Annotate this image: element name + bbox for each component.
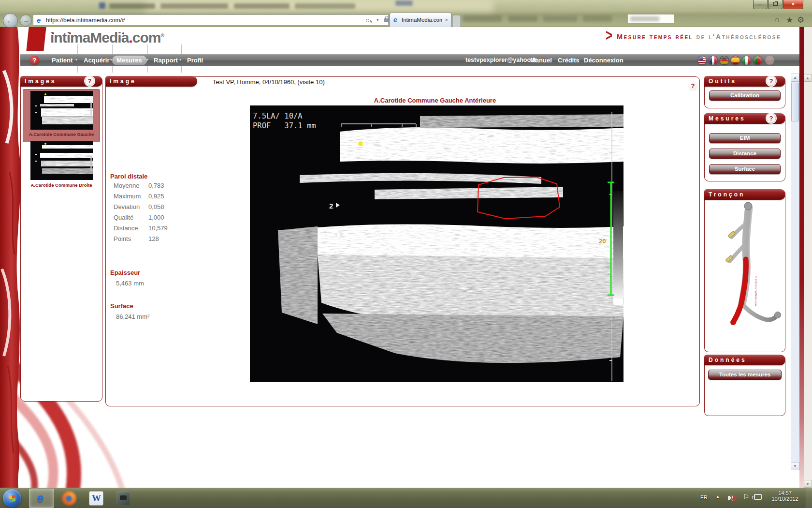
background-scrollbar-down-arrow: ▼ (804, 480, 812, 488)
stat-label: Maximum (114, 193, 141, 200)
language-indicator[interactable]: FR (700, 494, 708, 500)
clock-date: 10/10/2012 (768, 496, 802, 502)
network-icon[interactable] (754, 494, 762, 500)
start-button[interactable] (3, 489, 21, 508)
background-window-blur (395, 0, 413, 6)
background-menu-blur (508, 16, 537, 22)
url-text[interactable]: https://beta.intimamedia.com/# (46, 17, 125, 24)
nav-item-rapport[interactable]: Rapport (154, 57, 178, 64)
show-desktop-button[interactable] (806, 488, 812, 508)
artery-diagram[interactable]: © 2011 IntimaMedia.com (707, 201, 784, 346)
stat-value: 0,783 (148, 182, 164, 189)
flag-es-icon[interactable] (731, 56, 740, 65)
nav-dot: • (179, 57, 181, 62)
distance-button[interactable]: Distance (709, 149, 781, 159)
flag-it-icon[interactable] (742, 56, 751, 65)
taskbar-word-button[interactable]: W (83, 489, 108, 508)
donnees-panel-header: Données (704, 355, 785, 365)
page-scrollbar[interactable]: ▲ ▼ (791, 74, 799, 470)
image-help-button[interactable]: ? (688, 81, 697, 90)
tagline-chevron-icon: > (606, 27, 612, 45)
left-ribbon-decoration (0, 27, 29, 488)
artery-red-segment[interactable] (734, 259, 746, 321)
artery-right-branch (741, 303, 777, 320)
site-logo[interactable]: intimaMedia.com® (50, 30, 164, 46)
stats-section-paroi-distale: Paroi distale (110, 173, 147, 180)
tab-close-icon[interactable]: × (445, 17, 448, 23)
browser-chrome: ─ × ← → e https://beta.intimamedia.com/#… (0, 0, 812, 27)
image-panel-header: Image (105, 76, 197, 87)
browser-tab[interactable]: e IntimaMedia.com - Intellig... × (390, 13, 451, 27)
favorites-star-icon[interactable]: ★ (786, 15, 793, 25)
eim-button[interactable]: EIM (709, 133, 781, 143)
nav-help-button[interactable]: ? (30, 56, 39, 65)
background-menu-blur (583, 15, 612, 22)
browser-forward-button[interactable]: → (20, 15, 32, 27)
tagline-red-part: Mesure temps réel (617, 33, 693, 41)
search-dropdown-caret[interactable]: ▾ (377, 17, 379, 22)
window-close-button[interactable]: × (783, 0, 803, 9)
mesures-help-button[interactable]: ? (767, 114, 776, 123)
toutes-les-mesures-button[interactable]: Toutes les mesures (708, 370, 782, 380)
nav-link-manuel[interactable]: Manuel (530, 57, 552, 64)
tray-expand-icon[interactable]: ▲ (716, 494, 720, 499)
thumbnail-carotide-droite[interactable] (30, 141, 93, 180)
background-search-box (627, 14, 674, 24)
flag-us-icon[interactable] (697, 56, 707, 65)
page: ? Patient • Acquérir • Mesures • Rapport… (0, 27, 812, 488)
calibration-button[interactable]: Calibration (709, 90, 781, 101)
taskbar-ie-button[interactable]: e (29, 489, 54, 508)
artery-top-cap (744, 202, 752, 210)
logo-tld: com (132, 30, 161, 45)
surface-button[interactable]: Surface (709, 164, 781, 174)
user-email[interactable]: testvpexplorer@yahoo.fr (465, 57, 537, 63)
window-maximize-button[interactable] (768, 0, 783, 9)
yellow-marker-dot[interactable] (358, 141, 363, 146)
flag-pt-icon[interactable] (753, 56, 762, 65)
mesures-panel-title: Mesures (709, 115, 746, 122)
flag-de-icon[interactable] (720, 56, 729, 65)
nav-dot: • (146, 57, 148, 62)
logo-text: intimaMedia (50, 30, 129, 45)
nav-item-mesures[interactable]: Mesures (116, 57, 142, 64)
nav-item-patient[interactable]: Patient (52, 57, 72, 64)
background-menu-blur (463, 15, 502, 22)
thumbnail-label-gauche[interactable]: A.Carotide Commune Gauche (23, 132, 100, 137)
logo-dot-text: . (129, 30, 132, 45)
taskbar-capture-tool-button[interactable] (110, 489, 135, 508)
outils-help-button[interactable]: ? (767, 76, 776, 86)
settings-gear-icon[interactable]: ⚙ (797, 15, 804, 25)
clock[interactable]: 14:57 10/10/2012 (768, 490, 802, 502)
volume-muted-icon[interactable] (728, 493, 738, 502)
scrollbar-down-arrow[interactable]: ▼ (791, 462, 799, 470)
nav-item-profil[interactable]: Profil (187, 57, 203, 64)
artery-branch-end (775, 312, 781, 318)
thumbnail-label-droite[interactable]: A.Carotide Commune Droite (20, 182, 102, 188)
troncon-panel-header: Tronçon (704, 189, 785, 200)
nav-link-credits[interactable]: Crédits (558, 57, 580, 64)
stat-label: Deviation (114, 203, 140, 210)
new-tab-button[interactable] (452, 15, 461, 27)
taskbar-firefox-button[interactable] (56, 489, 81, 508)
logo-registered-mark: ® (160, 33, 163, 38)
ultrasound-image[interactable]: 20 7.5LA/ 10/A PROF 37.1 mm 2 3 (250, 105, 624, 382)
scan-title: A.Carotide Commune Gauche Antérieure (256, 97, 614, 104)
ie-icon: e (37, 491, 44, 505)
scrollbar-thumb[interactable] (791, 83, 799, 121)
background-window-title-blur (295, 3, 355, 9)
nav-link-deconnexion[interactable]: Déconnexion (584, 57, 624, 64)
thumbnail-carotide-gauche[interactable] (30, 91, 93, 130)
home-icon[interactable]: ⌂ (774, 15, 779, 25)
stat-value: 10,579 (148, 224, 168, 232)
patient-info: Test VP, Homme, 04/10/1960, (visite 10) (213, 78, 325, 86)
images-help-button[interactable]: ? (85, 76, 94, 86)
search-icon[interactable] (366, 17, 372, 24)
address-bar[interactable]: e https://beta.intimamedia.com/# ▾ ↻ × (33, 15, 389, 26)
action-center-flag-icon[interactable]: ⚐ (743, 493, 749, 501)
stat-value: 1,000 (148, 214, 164, 221)
window-minimize-button[interactable]: ─ (753, 0, 768, 9)
nav-item-acquerir[interactable]: Acquérir (84, 57, 109, 64)
flag-fr-icon[interactable] (709, 56, 718, 65)
scrollbar-up-arrow[interactable]: ▲ (791, 74, 799, 82)
browser-back-button[interactable]: ← (3, 13, 18, 28)
